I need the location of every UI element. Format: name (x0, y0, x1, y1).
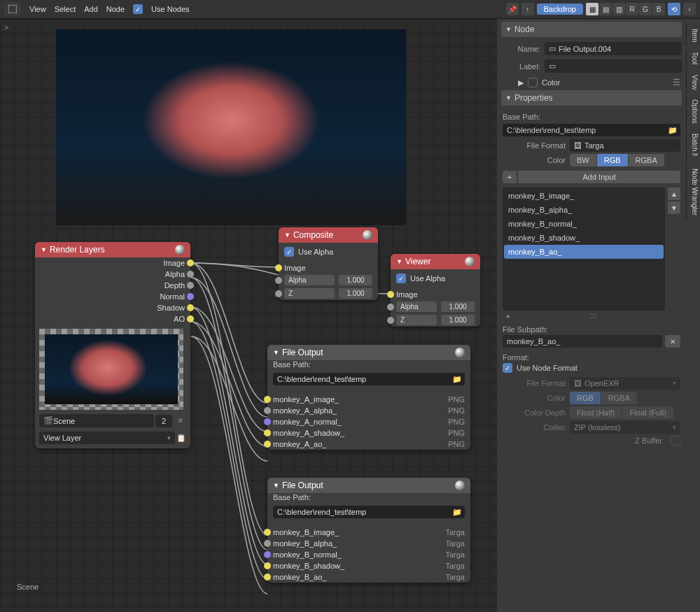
node-file-output-a[interactable]: ▼File Output Base Path: C:\blender\rend_… (267, 345, 470, 450)
base-path-input[interactable]: C:\blender\rend_test\temp📁 (503, 124, 680, 136)
input-socket-alpha[interactable] (275, 277, 282, 284)
base-path-input[interactable]: C:\blender\rend_test\temp📁 (273, 506, 465, 518)
input-socket[interactable] (264, 418, 271, 425)
color-bw-button[interactable]: BW (570, 154, 596, 166)
use-nodes-checkbox[interactable] (133, 4, 143, 14)
input-socket[interactable] (264, 562, 271, 569)
input-socket-z[interactable] (275, 290, 282, 297)
move-up-icon[interactable]: ▲ (668, 187, 680, 200)
preview-icon[interactable] (455, 481, 465, 490)
preview-icon[interactable] (175, 245, 185, 255)
use-node-format-checkbox[interactable] (503, 363, 512, 373)
collapse-icon[interactable]: ▼ (41, 246, 47, 253)
input-list[interactable]: monkey_B_image_monkey_B_alpha_monkey_B_n… (503, 187, 665, 311)
input-socket-alpha[interactable] (387, 304, 394, 311)
collapse-icon[interactable]: ▶ (518, 78, 524, 87)
file-subpath-input[interactable]: monkey_B_ao_ (503, 335, 662, 348)
channel-r[interactable]: R (626, 3, 638, 15)
file-format-dropdown[interactable]: 🖼Targa (570, 139, 680, 152)
input-socket-image[interactable] (275, 264, 282, 271)
input-socket[interactable] (264, 396, 271, 403)
channel-g[interactable]: G (639, 3, 652, 15)
panel-header-properties[interactable]: ▼Properties (501, 90, 682, 106)
input-alpha-value[interactable]: 1.000 (441, 301, 475, 312)
pin-icon[interactable]: 📌 (506, 3, 519, 15)
color-rgba-button[interactable]: RGBA (629, 154, 664, 166)
input-list-item[interactable]: monkey_B_shadow_ (504, 231, 664, 245)
backdrop-button[interactable]: Backdrop (537, 3, 583, 15)
input-list-item[interactable]: monkey_B_normal_ (504, 217, 664, 231)
node-render-layers[interactable]: ▼Render Layers ImageAlphaDepthNormalShad… (35, 242, 190, 448)
output-socket-shadow[interactable] (187, 304, 194, 311)
collapse-icon[interactable]: ▼ (284, 232, 290, 239)
folder-icon[interactable]: 📁 (452, 375, 462, 384)
side-tab-options[interactable]: Options (686, 95, 700, 127)
side-tab-node-wrangler[interactable]: Node Wrangler (686, 164, 700, 220)
side-tab-view[interactable]: View (686, 71, 700, 94)
node-viewer[interactable]: ▼Viewer Use Alpha Image Alpha1.000 Z1.00… (391, 254, 480, 327)
parent-icon[interactable]: ↑ (522, 3, 534, 15)
input-socket[interactable] (264, 529, 271, 536)
collapse-icon[interactable]: ▼ (396, 258, 402, 265)
input-socket[interactable] (264, 540, 271, 547)
menu-node[interactable]: Node (106, 5, 125, 13)
input-list-item[interactable]: monkey_B_image_ (504, 189, 664, 203)
folder-icon[interactable]: 📁 (668, 126, 678, 135)
use-alpha-checkbox[interactable] (284, 247, 294, 257)
node-editor-canvas[interactable]: > Scene ▼Render Layers ImageAlphaDepthNo… (0, 19, 497, 612)
channel-image-icon[interactable]: ▦ (586, 3, 598, 15)
collapse-icon[interactable]: ▼ (273, 482, 279, 489)
name-input[interactable]: ▭File Output.004 (545, 42, 682, 55)
view-layer-field[interactable]: View Layer▾ (39, 432, 175, 444)
clear-icon[interactable]: ✕ (665, 335, 680, 348)
channel-alpha-icon[interactable]: ▤ (599, 3, 612, 15)
channel-alpha2-icon[interactable]: ▥ (612, 3, 625, 15)
menu-select[interactable]: Select (55, 5, 76, 13)
input-socket[interactable] (264, 407, 271, 414)
use-alpha-checkbox[interactable] (396, 273, 406, 283)
folder-icon[interactable]: 📁 (452, 508, 462, 517)
list-resize-handle[interactable]: ▸:::: (503, 311, 680, 321)
move-down-icon[interactable]: ▼ (668, 201, 680, 214)
preview-icon[interactable] (455, 348, 465, 357)
output-socket-ao[interactable] (187, 315, 194, 322)
preview-icon[interactable] (465, 257, 475, 266)
side-tab-item[interactable]: Item (686, 24, 700, 46)
chevron-left-icon[interactable]: ‹ (683, 3, 696, 15)
preview-icon[interactable] (363, 230, 372, 240)
snap-icon[interactable]: ⟲ (668, 3, 680, 15)
node-file-output-b[interactable]: ▼File Output Base Path: C:\blender\rend_… (267, 478, 470, 583)
input-z-value[interactable]: 1.000 (339, 288, 372, 299)
collapse-icon[interactable]: ▼ (505, 26, 512, 33)
channel-b[interactable]: B (652, 3, 665, 15)
input-list-item[interactable]: monkey_B_ao_ (504, 245, 664, 259)
input-list-item[interactable]: monkey_B_alpha_ (504, 203, 664, 217)
render-icon[interactable]: 📋 (176, 433, 186, 443)
side-tab-tool[interactable]: Tool (686, 48, 700, 69)
collapse-icon[interactable]: ▼ (505, 94, 512, 101)
menu-view[interactable]: View (29, 5, 46, 13)
input-socket[interactable] (264, 429, 271, 436)
scene-field[interactable]: 🎬Scene (39, 414, 154, 427)
side-tab-batch-[interactable]: Batch™ (686, 129, 700, 164)
input-socket[interactable] (264, 574, 271, 581)
node-composite[interactable]: ▼Composite Use Alpha Image Alpha1.000 Z1… (279, 227, 378, 300)
scene-users[interactable]: 2 (155, 415, 172, 427)
input-alpha-value[interactable]: 1.000 (339, 275, 372, 285)
scene-unlink-icon[interactable]: ✕ (174, 416, 186, 425)
label-input[interactable]: ▭ (545, 59, 682, 73)
color-checkbox[interactable] (528, 78, 538, 87)
add-input-button[interactable]: + Add Input (503, 171, 680, 183)
output-socket-depth[interactable] (187, 282, 194, 289)
input-z-value[interactable]: 1.000 (441, 315, 475, 325)
panel-header-node[interactable]: ▼Node (501, 22, 682, 37)
options-icon[interactable]: ☰ (673, 78, 680, 87)
input-socket-z[interactable] (387, 317, 394, 324)
collapse-icon[interactable]: ▼ (273, 349, 279, 356)
editor-type-dropdown[interactable] (4, 2, 21, 16)
output-socket-normal[interactable] (187, 293, 194, 300)
base-path-input[interactable]: C:\blender\rend_test\temp📁 (273, 373, 465, 385)
menu-add[interactable]: Add (84, 5, 98, 13)
input-socket[interactable] (264, 441, 271, 448)
input-socket-image[interactable] (387, 291, 394, 298)
